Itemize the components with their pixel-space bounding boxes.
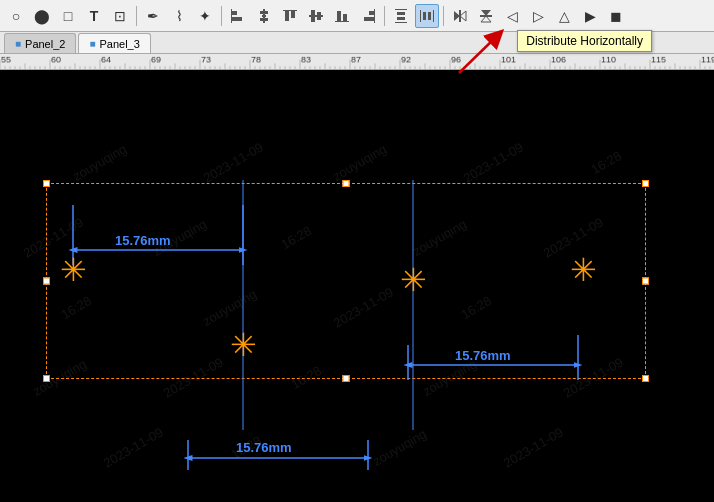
dim-label-bot: 15.76mm (236, 440, 292, 455)
watermark-12: zouyuqing (200, 286, 259, 329)
align-left-button[interactable] (226, 4, 250, 28)
dim-label-mid: 15.76mm (455, 348, 511, 363)
watermark-7: zouyuqing (150, 216, 209, 259)
tab-panel2-icon: ■ (15, 38, 21, 49)
watermark-2: 2023-11-09 (201, 139, 266, 185)
handle-tl[interactable] (43, 180, 50, 187)
handle-mr[interactable] (642, 278, 649, 285)
flower-1[interactable]: ✳ (60, 254, 87, 286)
flower-2[interactable]: ✳ (230, 329, 257, 361)
dim-label-top: 15.76mm (115, 233, 171, 248)
flip-h-button[interactable] (448, 4, 472, 28)
svg-rect-10 (311, 10, 315, 15)
svg-rect-13 (309, 15, 323, 17)
svg-rect-7 (285, 11, 289, 21)
svg-rect-6 (263, 9, 265, 23)
svg-rect-33 (480, 15, 492, 17)
watermark-23: 2023-11-09 (501, 424, 566, 470)
align-top-button[interactable] (278, 4, 302, 28)
svg-rect-9 (283, 10, 297, 11)
align-middle-h-button[interactable] (304, 4, 328, 28)
handle-bl[interactable] (43, 375, 50, 382)
watermark-15: zouyuqing (30, 356, 89, 399)
node-tool[interactable]: ✦ (193, 4, 217, 28)
svg-rect-25 (433, 10, 434, 22)
separator-4 (443, 6, 444, 26)
tooltip: Distribute Horizontally (517, 30, 652, 52)
handle-ml[interactable] (43, 278, 50, 285)
watermark-4: 2023-11-09 (461, 139, 526, 185)
svg-rect-17 (369, 11, 374, 15)
oval-tool[interactable]: ○ (4, 4, 28, 28)
tab-panel3[interactable]: ■ Panel_3 (78, 33, 150, 53)
selection-box (46, 183, 646, 379)
separator-2 (221, 6, 222, 26)
separator-1 (136, 6, 137, 26)
flip-v-button[interactable] (474, 4, 498, 28)
svg-rect-0 (232, 11, 237, 15)
text-tool[interactable]: T (82, 4, 106, 28)
watermark-22: zouyuqing (370, 426, 429, 469)
watermark-21: 16:28 (228, 433, 264, 462)
watermark-17: 16:28 (288, 363, 324, 392)
svg-rect-18 (364, 17, 374, 21)
watermark-11: 16:28 (58, 293, 94, 322)
dist-vert-button[interactable] (389, 4, 413, 28)
triangle-right-button[interactable]: ▷ (526, 4, 550, 28)
svg-rect-24 (420, 10, 421, 22)
handle-br[interactable] (642, 375, 649, 382)
watermark-5: 16:28 (588, 148, 624, 177)
flower-3[interactable]: ✳ (400, 264, 427, 296)
flower-4[interactable]: ✳ (570, 254, 597, 286)
triangle-left-button[interactable]: ◁ (500, 4, 524, 28)
tab-panel3-label: Panel_3 (99, 38, 139, 50)
svg-rect-8 (291, 11, 295, 18)
svg-rect-1 (232, 17, 242, 21)
align-right-button[interactable] (356, 4, 380, 28)
svg-rect-20 (395, 9, 407, 10)
watermark-18: zouyuqing (420, 356, 479, 399)
triangle-up-button[interactable]: △ (552, 4, 576, 28)
dimension-svg (0, 70, 714, 502)
extra2-button[interactable]: ◼ (604, 4, 628, 28)
pen-tool[interactable]: ✒ (141, 4, 165, 28)
align-center-v-button[interactable] (252, 4, 276, 28)
watermark-6: 2023-11-09 (21, 214, 86, 260)
watermark-13: 2023-11-09 (331, 284, 396, 330)
svg-rect-22 (397, 12, 405, 15)
tab-panel2-label: Panel_2 (25, 38, 65, 50)
bezier-tool[interactable]: ⌇ (167, 4, 191, 28)
svg-rect-16 (335, 21, 349, 22)
svg-rect-15 (343, 14, 347, 21)
svg-rect-30 (459, 10, 461, 22)
tooltip-text: Distribute Horizontally (526, 34, 643, 48)
extra1-button[interactable]: ▶ (578, 4, 602, 28)
tab-panel3-icon: ■ (89, 38, 95, 49)
svg-rect-23 (397, 17, 405, 20)
watermark-8: 16:28 (278, 223, 314, 252)
tab-panel2[interactable]: ■ Panel_2 (4, 33, 76, 53)
svg-rect-19 (374, 9, 375, 23)
watermark-16: 2023-11-09 (161, 354, 226, 400)
svg-rect-27 (428, 12, 431, 20)
align-bottom-button[interactable] (330, 4, 354, 28)
image-tool[interactable]: ⊡ (108, 4, 132, 28)
watermark-1: zouyuqing (70, 141, 129, 184)
dist-horiz-button[interactable] (415, 4, 439, 28)
separator-3 (384, 6, 385, 26)
svg-rect-14 (337, 11, 341, 21)
ruler (0, 54, 714, 70)
watermark-20: 2023-11-09 (101, 424, 166, 470)
handle-tr[interactable] (642, 180, 649, 187)
svg-rect-11 (311, 17, 315, 22)
handle-tm[interactable] (343, 180, 350, 187)
canvas-area[interactable]: zouyuqing 2023-11-09 zouyuqing 2023-11-0… (0, 70, 714, 502)
watermark-10: 2023-11-09 (541, 214, 606, 260)
handle-bm[interactable] (343, 375, 350, 382)
main-toolbar: ○ ⬤ □ T ⊡ ✒ ⌇ ✦ ◁ ▷ △ ▶ ◼ (0, 0, 714, 32)
circle-tool[interactable]: ⬤ (30, 4, 54, 28)
svg-rect-26 (423, 12, 426, 20)
watermark-19: 2023-11-09 (561, 354, 626, 400)
svg-rect-21 (395, 22, 407, 23)
rect-tool[interactable]: □ (56, 4, 80, 28)
